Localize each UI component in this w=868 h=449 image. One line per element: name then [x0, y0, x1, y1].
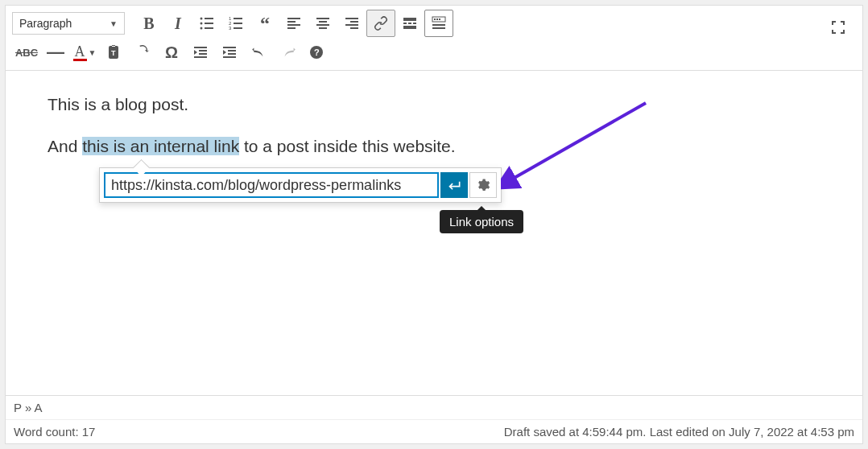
format-dropdown[interactable]: Paragraph ▼ [12, 12, 125, 35]
redo-button[interactable] [273, 39, 302, 66]
editor-container: Paragraph ▼ B I 123 “ [5, 5, 863, 444]
bold-button[interactable]: B [134, 10, 163, 37]
align-left-button[interactable] [279, 10, 308, 37]
enter-icon [446, 177, 462, 193]
svg-point-2 [200, 23, 203, 25]
text-color-button[interactable]: A▼ [70, 39, 99, 66]
selected-link-text: this is an internal link [82, 137, 239, 155]
gear-icon [476, 178, 490, 192]
link-button[interactable] [366, 10, 395, 37]
element-path[interactable]: P » A [6, 396, 862, 420]
svg-rect-25 [403, 23, 407, 24]
svg-rect-18 [316, 24, 329, 26]
svg-rect-19 [319, 27, 327, 29]
toolbar-row-1: Paragraph ▼ B I 123 “ [12, 9, 856, 38]
svg-rect-37 [199, 50, 207, 51]
undo-button[interactable] [244, 39, 273, 66]
toolbar: Paragraph ▼ B I 123 “ [6, 6, 862, 71]
svg-rect-39 [194, 56, 207, 58]
svg-text:?: ? [314, 47, 320, 57]
svg-text:T: T [111, 49, 116, 57]
svg-rect-43 [223, 56, 236, 58]
svg-rect-41 [228, 50, 236, 51]
align-right-button[interactable] [337, 10, 366, 37]
svg-text:3: 3 [229, 26, 232, 31]
save-status: Draft saved at 4:59:44 pm. Last edited o… [504, 425, 854, 439]
outdent-button[interactable] [186, 39, 215, 66]
numbered-list-button[interactable]: 123 [221, 10, 250, 37]
svg-rect-5 [205, 27, 213, 29]
clear-formatting-button[interactable] [128, 39, 157, 66]
caret-down-icon: ▼ [110, 19, 118, 28]
horizontal-rule-button[interactable]: — [41, 39, 70, 66]
svg-rect-12 [287, 18, 300, 19]
svg-rect-42 [228, 53, 236, 55]
svg-rect-1 [205, 18, 213, 19]
link-options-tooltip: Link options [440, 210, 523, 233]
toolbar-row-2: ABC — A▼ T Ω ? [12, 38, 856, 67]
svg-rect-16 [316, 18, 329, 19]
svg-rect-7 [234, 18, 242, 19]
svg-rect-36 [194, 47, 207, 48]
svg-rect-21 [350, 21, 358, 23]
content-paragraph-2: And this is an internal link to a post i… [48, 137, 820, 156]
content-area[interactable]: This is a blog post. And this is an inte… [6, 71, 862, 395]
apply-link-button[interactable] [440, 172, 468, 198]
footer-status-row: Word count: 17 Draft saved at 4:59:44 pm… [6, 420, 862, 443]
format-dropdown-label: Paragraph [19, 17, 72, 30]
svg-rect-40 [223, 47, 236, 48]
strikethrough-button[interactable]: ABC [12, 39, 41, 66]
svg-rect-11 [234, 27, 242, 29]
svg-rect-23 [350, 27, 358, 29]
svg-rect-14 [287, 24, 300, 26]
svg-rect-20 [345, 18, 358, 19]
italic-button[interactable]: I [163, 10, 192, 37]
blockquote-button[interactable]: “ [250, 10, 279, 37]
svg-rect-28 [403, 26, 416, 29]
svg-rect-30 [434, 19, 436, 20]
svg-rect-38 [199, 53, 207, 55]
svg-rect-26 [408, 23, 411, 24]
svg-rect-3 [205, 23, 213, 24]
help-button[interactable]: ? [302, 39, 331, 66]
special-character-button[interactable]: Ω [157, 39, 186, 66]
svg-rect-17 [319, 21, 327, 23]
editor-footer: P » A Word count: 17 Draft saved at 4:59… [6, 395, 862, 443]
svg-rect-34 [432, 27, 445, 29]
read-more-button[interactable] [395, 10, 424, 37]
align-center-button[interactable] [308, 10, 337, 37]
svg-rect-33 [432, 24, 445, 26]
paste-text-button[interactable]: T [99, 39, 128, 66]
distraction-free-button[interactable] [824, 14, 853, 41]
svg-rect-24 [403, 18, 416, 21]
svg-rect-31 [436, 19, 438, 20]
svg-rect-22 [345, 24, 358, 26]
svg-rect-13 [287, 21, 296, 23]
bullet-list-button[interactable] [192, 10, 221, 37]
word-count: Word count: 17 [14, 425, 95, 439]
svg-point-0 [200, 18, 203, 20]
indent-button[interactable] [215, 39, 244, 66]
svg-rect-9 [234, 23, 242, 24]
content-paragraph-1: This is a blog post. [48, 95, 820, 114]
svg-rect-27 [413, 23, 416, 24]
svg-point-4 [200, 27, 203, 30]
svg-rect-32 [439, 19, 440, 20]
link-url-input[interactable] [104, 172, 439, 198]
link-options-button[interactable]: Link options [469, 172, 497, 198]
toolbar-toggle-button[interactable] [424, 10, 453, 37]
svg-rect-15 [287, 27, 296, 29]
link-popup: Link options [99, 167, 502, 203]
